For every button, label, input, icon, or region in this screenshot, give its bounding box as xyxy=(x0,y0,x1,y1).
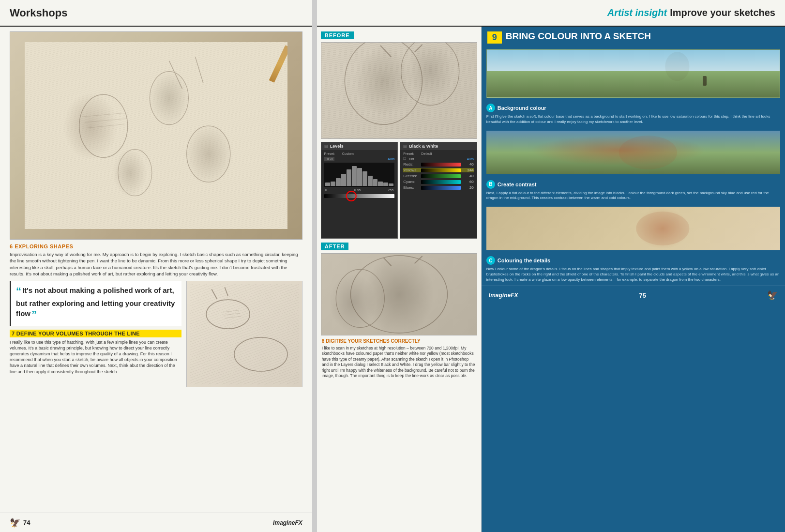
page-num-left: 74 xyxy=(23,519,30,526)
svg-line-18 xyxy=(380,46,391,57)
page-divider xyxy=(313,0,317,532)
brand-right: ImagineFX xyxy=(489,292,518,299)
step-a-body: First I'll give the sketch a soft, flat … xyxy=(486,114,780,125)
thumbnail-c-container xyxy=(482,204,785,253)
step-c-section: C Colouring the details Now I colour som… xyxy=(482,253,785,285)
artist-insight-label: Artist insight xyxy=(607,7,667,18)
section-8: 8 DIGITISE YOUR SKETCHES CORRECTLY I lik… xyxy=(321,338,477,379)
svg-point-16 xyxy=(345,43,422,124)
step-b-section: B Create contrast Next, I apply a flat c… xyxy=(482,177,785,204)
header-right: Artist insight Improve your sketches xyxy=(317,0,785,27)
step9-number: 9 xyxy=(487,31,502,44)
tint-auto[interactable]: Auto xyxy=(467,157,473,161)
histogram xyxy=(324,163,395,187)
blues-label: Blues: xyxy=(403,185,420,190)
step-b-title: Create contrast xyxy=(498,182,537,187)
properties-row: ▤ Levels Preset: Custom RGB Auto xyxy=(321,142,477,239)
step-b-header: B Create contrast xyxy=(486,180,780,189)
svg-point-10 xyxy=(234,337,287,371)
svg-line-7 xyxy=(85,119,127,122)
main-sketch-image xyxy=(10,31,302,240)
center-column: BEFORE xyxy=(317,27,482,532)
preset-value: Custom xyxy=(342,152,395,155)
header-left: Workshops xyxy=(0,0,312,27)
before-image xyxy=(321,42,477,139)
cyans-label: Cyans: xyxy=(403,180,420,184)
section-7-title: 7 DEFINE YOUR VOLUMES THROUGH THE LINE xyxy=(10,330,181,337)
bw-preset-row: Preset: Default xyxy=(403,152,474,155)
svg-point-21 xyxy=(336,269,384,327)
thumbnail-b-container xyxy=(482,128,785,177)
svg-line-14 xyxy=(224,313,240,315)
page-num-right: 75 xyxy=(639,292,646,299)
svg-line-11 xyxy=(211,289,217,299)
page-right: Artist insight Improve your sketches BEF… xyxy=(317,0,785,532)
step-b-body: Next, I apply a flat colour to the diffe… xyxy=(486,191,780,201)
step-c-header: C Colouring the details xyxy=(486,256,780,265)
svg-point-3 xyxy=(118,150,152,196)
section-6-title: 6 EXPLORING SHAPES xyxy=(10,243,302,249)
bird-icon-right: 🦅 xyxy=(767,290,778,301)
after-label: AFTER xyxy=(321,242,477,250)
reds-label: Reds: xyxy=(403,162,420,167)
step-a-header: A Background colour xyxy=(486,104,780,112)
svg-line-15 xyxy=(225,316,241,318)
svg-point-2 xyxy=(187,126,230,182)
tint-label: Tint xyxy=(408,157,466,161)
cyans-row: Cyans: 60 xyxy=(403,180,474,184)
footer-left: 🦅 74 ImagineFX xyxy=(0,513,312,532)
svg-point-1 xyxy=(150,72,189,125)
svg-point-17 xyxy=(401,43,459,105)
section-6: 6 EXPLORING SHAPES Improvisation is a ke… xyxy=(10,243,302,277)
bw-header: ▤ Black & White xyxy=(400,142,477,150)
yellows-value: 244 xyxy=(462,168,474,172)
yellows-row: Yellows: 244 xyxy=(403,168,474,172)
greens-row: Greens: 40 xyxy=(403,174,474,178)
levels-panel: ▤ Levels Preset: Custom RGB Auto xyxy=(321,142,398,239)
step-a-letter: A xyxy=(486,104,495,112)
quote-open: “ xyxy=(16,285,21,297)
section-7: 7 DEFINE YOUR VOLUMES THROUGH THE LINE I… xyxy=(10,330,181,387)
bw-title: Black & White xyxy=(409,144,438,149)
section-8-body: I like to scan in my sketches at high re… xyxy=(322,346,476,379)
thumbnail-a-container xyxy=(482,46,785,101)
channel-row: RGB Auto xyxy=(324,157,395,161)
right-content: BEFORE xyxy=(317,27,785,532)
svg-point-25 xyxy=(619,136,677,169)
step-b-letter: B xyxy=(486,180,495,189)
svg-line-5 xyxy=(196,57,203,83)
blues-row: Blues: 20 xyxy=(403,185,474,190)
step-c-title: Colouring the details xyxy=(498,258,550,263)
quote-text: “It's not about making a polished work o… xyxy=(16,285,177,322)
step-a-title: Background colour xyxy=(498,105,546,111)
auto-button[interactable]: Auto xyxy=(388,157,394,161)
step-a-section: A Background colour First I'll give the … xyxy=(482,101,785,128)
svg-point-26 xyxy=(636,212,689,245)
step9-header: 9 BRING COLOUR INTO A SKETCH xyxy=(482,27,785,46)
svg-line-19 xyxy=(414,45,422,52)
bw-preset-value: Default xyxy=(421,152,474,155)
channel-value: RGB xyxy=(324,157,334,161)
greens-label: Greens: xyxy=(403,174,420,178)
levels-title: Levels xyxy=(330,144,344,149)
cyans-value: 60 xyxy=(462,180,474,184)
svg-point-9 xyxy=(206,300,250,329)
greens-value: 40 xyxy=(462,174,474,178)
quote-close: ” xyxy=(31,308,37,320)
reds-row: Reds: 40 xyxy=(403,162,474,167)
before-label: BEFORE xyxy=(321,30,477,39)
svg-point-20 xyxy=(350,256,447,333)
middle-row: “It's not about making a polished work o… xyxy=(10,281,302,387)
improve-sketches-label: Improve your sketches xyxy=(670,7,775,18)
reds-value: 40 xyxy=(462,162,474,167)
thumbnail-b xyxy=(486,131,780,174)
levels-header: ▤ Levels xyxy=(321,142,398,150)
quote-block: “It's not about making a polished work o… xyxy=(10,281,181,326)
creature-sketches xyxy=(186,281,302,387)
step-c-letter: C xyxy=(486,256,495,265)
svg-line-4 xyxy=(169,61,182,89)
left-content: 6 EXPLORING SHAPES Improvisation is a ke… xyxy=(0,27,312,513)
bw-panel: ▤ Black & White Preset: Default ☐ Tint A… xyxy=(400,142,477,239)
after-image xyxy=(321,253,477,335)
brand-left: ImagineFX xyxy=(273,519,302,526)
